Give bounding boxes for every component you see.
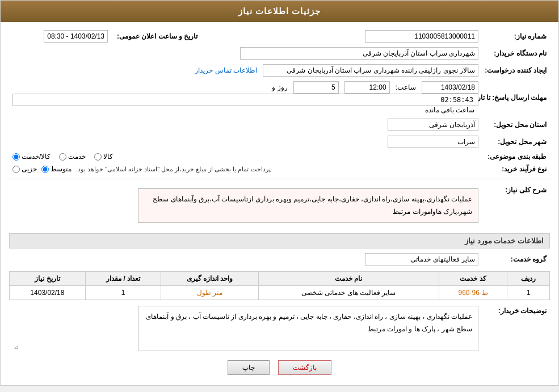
announce-label: تاریخ و ساعت اعلان عمومی: xyxy=(111,30,201,43)
services-table: ردیف کد خدمت نام خدمت واحد اندازه گیری ت… xyxy=(9,271,550,300)
requester-input: سالار نجوی رازلیقی راننده شهرداری سراب ا… xyxy=(263,64,478,77)
deadline-date: 1403/02/18 xyxy=(422,81,478,94)
general-desc-box: عملیات نگهداری،بهینه سازی،راه اندازی، حف… xyxy=(138,188,478,223)
row-category: طبقه بندی موضوعی: کالا خدمت کالا/خدمت xyxy=(9,150,550,163)
col-header-unit: واحد اندازه گیری xyxy=(161,272,258,286)
page-title: جزئیات اطلاعات نیاز xyxy=(238,6,321,16)
process-radio-motavaset[interactable]: متوسط xyxy=(41,165,72,173)
category-khedmat-label: خدمت xyxy=(68,153,86,161)
row-requester: ایجاد کننده درخواست: سالار نجوی رازلیقی … xyxy=(9,62,550,79)
category-radio-kala-input[interactable] xyxy=(94,153,102,161)
buyer-notes-value: عملیات نگهداری ، بهینه سازی ، راه اندازی… xyxy=(9,304,482,353)
category-kala-label: کالا xyxy=(103,153,113,161)
need-number-input: 1103005813000011 xyxy=(365,30,478,43)
cell-date-0: 1403/02/18 xyxy=(10,286,86,300)
row-general-desc: شرح کلی نیاز: عملیات نگهداری،بهینه سازی،… xyxy=(9,183,550,229)
buyer-notes-box: عملیات نگهداری ، بهینه سازی ، راه اندازی… xyxy=(138,306,478,351)
need-number-value: 1103005813000011 xyxy=(201,28,482,45)
row-buyer-notes: توضیحات خریدار: عملیات نگهداری ، بهینه س… xyxy=(9,304,550,353)
process-options: پرداخت تمام یا بخشی از مبلغ خرید،از محل … xyxy=(9,163,482,175)
row-city: شهر محل تحویل: سراب xyxy=(9,133,550,150)
buyer-notes-wrap: عملیات نگهداری ، بهینه سازی ، راه اندازی… xyxy=(12,306,478,351)
deadline-values: 1403/02/18 ساعت: 12:00 5 روز و 02:58:43 … xyxy=(9,79,482,116)
table-row: 1 ط-96-960 سایر فعالیت های خدماتی شخصی م… xyxy=(10,286,550,300)
main-content: شماره نیاز: 1103005813000011 تاریخ و ساع… xyxy=(1,22,558,385)
cell-code-0: ط-96-960 xyxy=(439,286,507,300)
resize-handle: ⊿ xyxy=(14,344,18,350)
category-radio-khedmat-input[interactable] xyxy=(59,153,66,161)
city-label: شهر محل تحویل: xyxy=(482,136,550,148)
category-radio-group: کالا خدمت کالا/خدمت xyxy=(12,153,478,161)
process-label: نوع فرآیند خرید: xyxy=(482,163,550,175)
cell-name-0: سایر فعالیت های خدماتی شخصی xyxy=(258,286,439,300)
col-header-date: تاریخ نیاز xyxy=(10,272,86,286)
category-radio-kala-khedmat[interactable]: کالا/خدمت xyxy=(12,153,51,161)
general-desc-label: شرح کلی نیاز: xyxy=(482,183,550,196)
service-group-label: گروه خدمت: xyxy=(482,253,550,265)
process-radio-jozee[interactable]: جزیی xyxy=(12,165,37,173)
row-deadline: مهلت ارسال پاسخ: تا تاریخ: 1403/02/18 سا… xyxy=(9,79,550,116)
col-header-qty: تعداد / مقدار xyxy=(85,272,161,286)
announce-input: 1403/02/13 - 08:30 xyxy=(44,30,108,43)
divider-1 xyxy=(9,179,550,179)
need-number-label: شماره نیاز: xyxy=(482,30,550,43)
category-kala-khedmat-label: کالا/خدمت xyxy=(22,153,51,161)
process-row: پرداخت تمام یا بخشی از مبلغ خرید،از محل … xyxy=(12,165,478,173)
services-section-header: اطلاعات خدمات مورد نیاز xyxy=(9,233,550,248)
category-radio-kala[interactable]: کالا xyxy=(94,153,113,161)
category-options: کالا خدمت کالا/خدمت xyxy=(9,150,482,163)
deadline-countdown: 02:58:43 xyxy=(12,94,478,106)
row-service-group: گروه خدمت: سایر فعالیتهای خدماتی xyxy=(9,251,550,268)
deadline-remaining-label: ساعت باقی مانده xyxy=(425,106,475,114)
col-header-code: کد خدمت xyxy=(439,272,507,286)
print-button[interactable]: چاپ xyxy=(228,360,270,375)
buyer-org-value: شهرداری سراب استان آذربایجان شرقی xyxy=(9,45,482,62)
services-table-header-row: ردیف کد خدمت نام خدمت واحد اندازه گیری ت… xyxy=(10,272,550,286)
category-label: طبقه بندی موضوعی: xyxy=(482,150,550,163)
deadline-time-label: ساعت: xyxy=(396,83,416,91)
category-radio-kala-khedmat-input[interactable] xyxy=(12,153,20,161)
deadline-label: مهلت ارسال پاسخ: تا تاریخ: xyxy=(482,91,550,104)
service-group-input: سایر فعالیتهای خدماتی xyxy=(365,253,478,265)
back-button[interactable]: بازگشت xyxy=(278,360,331,375)
row-buyer-org: نام دستگاه خریدار: شهرداری سراب استان آذ… xyxy=(9,45,550,62)
contact-link[interactable]: اطلاعات تماس خریدار xyxy=(195,66,257,74)
cell-qty-0: 1 xyxy=(85,286,161,300)
col-header-name: نام خدمت xyxy=(258,272,439,286)
deadline-time: 12:00 xyxy=(344,81,390,94)
announce-value: 1403/02/13 - 08:30 xyxy=(9,28,111,45)
cell-row-0: 1 xyxy=(507,286,550,300)
province-value: آذربایجان شرقی xyxy=(9,116,482,133)
buttons-row: بازگشت چاپ xyxy=(9,353,550,380)
province-label: استان محل تحویل: xyxy=(482,119,550,131)
category-radio-khedmat[interactable]: خدمت xyxy=(59,153,86,161)
buyer-org-input: شهرداری سراب استان آذربایجان شرقی xyxy=(240,47,478,60)
process-motavaset-label: متوسط xyxy=(51,165,72,173)
deadline-days-label: روز و xyxy=(272,83,287,91)
row-process: نوع فرآیند خرید: پرداخت تمام یا بخشی از … xyxy=(9,163,550,175)
buyer-notes-label: توضیحات خریدار: xyxy=(482,304,550,317)
col-header-row: ردیف xyxy=(507,272,550,286)
buyer-org-label: نام دستگاه خریدار: xyxy=(482,47,550,60)
general-desc-value: عملیات نگهداری،بهینه سازی،راه اندازی، حف… xyxy=(9,183,482,229)
process-jozee-label: جزیی xyxy=(22,165,37,173)
service-group-value: سایر فعالیتهای خدماتی xyxy=(9,251,482,268)
province-input: آذربایجان شرقی xyxy=(388,119,478,131)
page-header: جزئیات اطلاعات نیاز xyxy=(1,1,558,22)
requester-label: ایجاد کننده درخواست: xyxy=(482,64,550,77)
page-wrapper: جزئیات اطلاعات نیاز شماره نیاز: 11030058… xyxy=(0,0,559,386)
city-value: سراب xyxy=(9,133,482,150)
process-radio-jozee-input[interactable] xyxy=(12,166,20,173)
process-note: پرداخت تمام یا بخشی از مبلغ خرید،از محل … xyxy=(76,166,271,173)
row-need-number: شماره نیاز: 1103005813000011 تاریخ و ساع… xyxy=(9,28,550,45)
requester-value: سالار نجوی رازلیقی راننده شهرداری سراب ا… xyxy=(9,62,482,79)
process-radio-motavaset-input[interactable] xyxy=(41,166,49,173)
row-province: استان محل تحویل: آذربایجان شرقی xyxy=(9,116,550,133)
cell-unit-0: متر طول xyxy=(161,286,258,300)
deadline-days: 5 xyxy=(293,81,339,94)
city-input: سراب xyxy=(388,136,478,148)
